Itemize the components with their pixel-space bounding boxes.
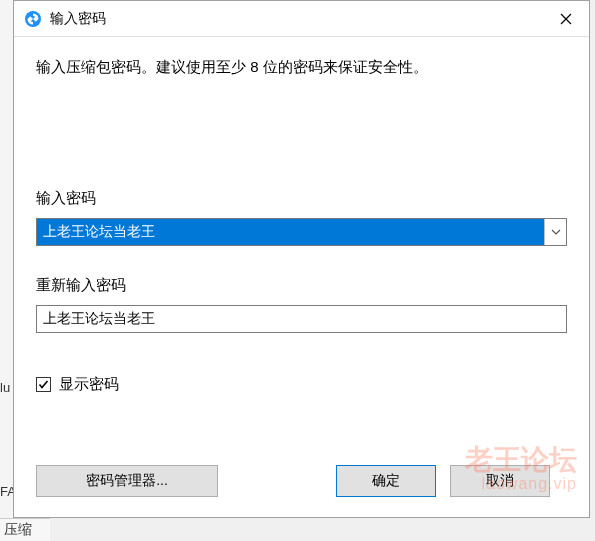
password-manager-button[interactable]: 密码管理器... [36,465,218,497]
show-password-label: 显示密码 [59,375,119,394]
dialog-content: 输入压缩包密码。建议使用至少 8 位的密码来保证安全性。 输入密码 重新输入密码 [14,37,589,465]
instruction-text: 输入压缩包密码。建议使用至少 8 位的密码来保证安全性。 [36,55,567,79]
show-password-checkbox[interactable] [36,377,51,392]
confirm-input[interactable] [36,305,567,333]
cancel-button[interactable]: 取消 [450,465,550,497]
password-field-group: 输入密码 [36,189,567,246]
password-combobox[interactable] [36,218,567,246]
ok-button[interactable]: 确定 [336,465,436,497]
close-button[interactable] [543,1,589,37]
checkmark-icon [38,379,49,390]
button-row: 密码管理器... 确定 取消 [14,465,589,517]
confirm-field-group: 重新输入密码 [36,276,567,333]
password-dropdown-button[interactable] [544,219,566,245]
titlebar-title: 输入密码 [50,10,543,28]
confirm-label: 重新输入密码 [36,276,567,295]
background-text-1: lu [0,380,10,395]
password-input[interactable] [37,219,544,245]
app-icon [24,10,42,28]
chevron-down-icon [551,229,561,235]
background-bottom-label: 压缩 [0,518,50,541]
titlebar: 输入密码 [14,1,589,37]
password-dialog: 输入密码 输入压缩包密码。建议使用至少 8 位的密码来保证安全性。 输入密码 重… [13,0,590,518]
show-password-row[interactable]: 显示密码 [36,375,567,394]
password-label: 输入密码 [36,189,567,208]
background-strip [0,0,13,541]
close-icon [560,13,572,25]
